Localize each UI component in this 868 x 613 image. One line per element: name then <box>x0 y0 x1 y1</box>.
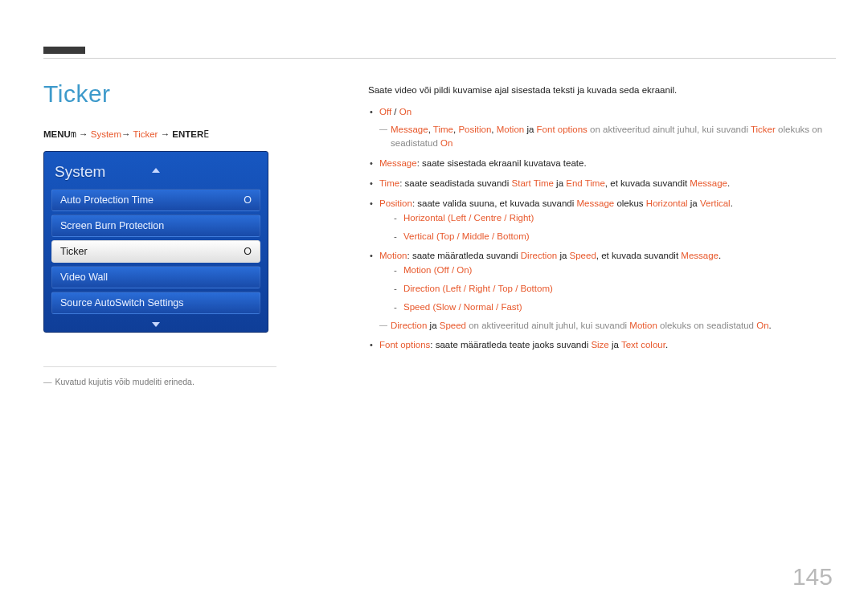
k-time: Time <box>379 178 399 188</box>
k-motion: Motion <box>379 251 407 260</box>
k-on: On <box>756 321 768 330</box>
panel-item-ticker[interactable]: Ticker O <box>51 240 260 263</box>
path-arrow-2: → <box>121 129 131 139</box>
t: . <box>769 321 772 330</box>
v: (Top / Middle / Bottom) <box>434 231 530 241</box>
panel-item-auto-protection[interactable]: Auto Protection Time O <box>51 189 260 211</box>
k-fontoptions: Font options <box>379 340 430 349</box>
scroll-down-icon[interactable] <box>152 322 160 327</box>
panel-item-label: Source AutoSwitch Settings <box>60 297 184 309</box>
page-number: 145 <box>792 563 833 591</box>
v: (Left / Centre / Right) <box>445 213 534 223</box>
list-item-motion: Motion: saate määratleda suvandi Directi… <box>379 249 829 333</box>
path-system: System <box>91 129 121 139</box>
list-item-message: Message: saate sisestada ekraanil kuvata… <box>379 157 829 171</box>
opt-on: On <box>399 107 411 116</box>
t: : saate määratleda suvandi <box>407 251 521 260</box>
path-arrow-1: → <box>79 129 88 139</box>
v: (Off / On) <box>432 265 473 275</box>
list-item-font: Font options: saate määratleda teate jao… <box>379 338 829 353</box>
sublist-motion: Motion (Off / On) Direction (Left / Righ… <box>379 264 829 314</box>
k-message: Message <box>391 125 428 134</box>
k-speed: Speed <box>570 251 596 260</box>
feature-list: Off / On Message, Time, Position, Motion… <box>368 105 829 353</box>
k-message: Message <box>379 158 417 168</box>
k-motion: Motion <box>497 125 525 134</box>
dash-icon: ― <box>43 377 52 386</box>
t: , et kuvada suvandit <box>596 251 681 260</box>
k-ticker: Ticker <box>751 125 776 134</box>
panel-item-label: Video Wall <box>60 272 108 283</box>
k-size: Size <box>591 340 608 349</box>
panel-item-label: Ticker <box>60 246 88 257</box>
right-column: Saate video või pildi kuvamise ajal sise… <box>368 84 829 358</box>
panel-item-label: Auto Protection Time <box>60 194 154 206</box>
panel-item-source-autoswitch[interactable]: Source AutoSwitch Settings <box>51 292 260 314</box>
sub-vertical: Vertical (Top / Middle / Bottom) <box>403 230 829 244</box>
sub-motion: Motion (Off / On) <box>403 264 829 278</box>
k-font: Font options <box>537 125 588 134</box>
path-arrow-3: → <box>161 129 170 139</box>
k-horizontal: Horizontal <box>646 198 688 208</box>
t: : saate sisestada ekraanil kuvatava teat… <box>417 158 587 168</box>
k-direction: Direction <box>521 251 557 260</box>
k: Speed <box>403 302 430 312</box>
t: ja <box>524 125 536 134</box>
sublist-position: Horizontal (Left / Centre / Right) Verti… <box>379 211 829 244</box>
t: ja <box>554 178 566 188</box>
t: on aktiveeritud ainult juhul, kui suvand… <box>466 321 629 330</box>
sub-direction: Direction (Left / Right / Top / Bottom) <box>403 282 829 296</box>
k-direction: Direction <box>391 321 427 330</box>
k-motion: Motion <box>629 321 657 330</box>
k: Motion <box>403 265 432 275</box>
k-position: Position <box>458 125 491 134</box>
panel-item-value: O <box>244 246 252 257</box>
k: Horizontal <box>403 213 445 223</box>
sub-horizontal: Horizontal (Left / Centre / Right) <box>403 211 829 226</box>
menu-path: MENUm → System→ Ticker → ENTERE <box>43 129 276 140</box>
t: ja <box>688 198 700 208</box>
left-column: Ticker MENUm → System→ Ticker → ENTERE S… <box>43 80 276 386</box>
k-vertical: Vertical <box>700 198 731 208</box>
path-ticker: Ticker <box>133 129 158 139</box>
path-enter: ENTER <box>172 129 203 139</box>
osd-panel: System Auto Protection Time O Screen Bur… <box>43 151 268 333</box>
panel-item-label: Screen Burn Protection <box>60 220 164 231</box>
t: on aktiveeritud ainult juhul, kui suvand… <box>588 125 751 134</box>
panel-item-video-wall[interactable]: Video Wall <box>51 266 260 288</box>
footnote-rule <box>43 366 276 367</box>
t: ja <box>427 321 439 330</box>
menu-icon: m <box>71 129 76 140</box>
k-message: Message <box>690 178 727 188</box>
list-item-offon: Off / On Message, Time, Position, Motion… <box>379 105 829 151</box>
panel-title: System <box>51 160 260 189</box>
k-message: Message <box>577 198 615 208</box>
t: , et kuvada suvandit <box>605 178 690 188</box>
opt-off: Off <box>379 107 391 116</box>
t: olekus <box>614 198 646 208</box>
panel-item-screen-burn[interactable]: Screen Burn Protection <box>51 215 260 237</box>
k: Direction <box>403 284 440 293</box>
intro-text: Saate video või pildi kuvamise ajal sise… <box>368 84 829 98</box>
scroll-up-icon[interactable] <box>152 168 160 173</box>
k-endtime: End Time <box>566 178 605 188</box>
header-stub <box>43 47 85 54</box>
t: . <box>731 198 733 208</box>
k-message: Message <box>681 251 719 260</box>
k-textcolour: Text colour <box>621 340 665 349</box>
k-on: On <box>440 138 452 148</box>
v: (Slow / Normal / Fast) <box>430 302 522 312</box>
t: . <box>665 340 668 349</box>
sub-speed: Speed (Slow / Normal / Fast) <box>403 300 829 315</box>
k-time: Time <box>433 125 453 134</box>
note-activation: Message, Time, Position, Motion ja Font … <box>379 123 829 152</box>
t: olekuks on seadistatud <box>657 321 756 330</box>
v: (Left / Right / Top / Bottom) <box>440 284 552 293</box>
t: . <box>727 178 730 188</box>
note-motion-activation: Direction ja Speed on aktiveeritud ainul… <box>379 319 829 333</box>
panel-item-value: O <box>244 194 252 206</box>
t: ja <box>557 251 569 260</box>
t: : saate seadistada suvandi <box>399 178 511 188</box>
t: . <box>719 251 721 260</box>
footnote-text: Kuvatud kujutis võib mudeliti erineda. <box>55 377 194 386</box>
